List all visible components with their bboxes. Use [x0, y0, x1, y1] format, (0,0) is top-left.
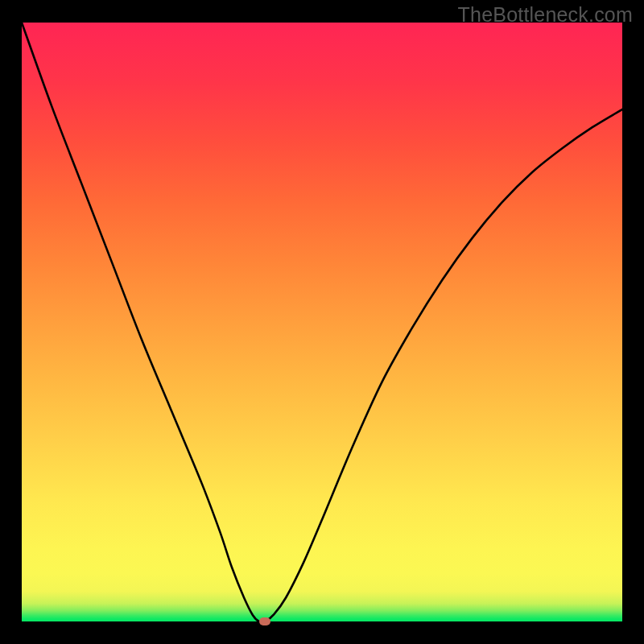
chart-frame: TheBottleneck.com	[0, 0, 644, 644]
plot-area	[22, 23, 622, 621]
bottleneck-curve	[22, 23, 622, 621]
onset-marker	[259, 617, 270, 625]
